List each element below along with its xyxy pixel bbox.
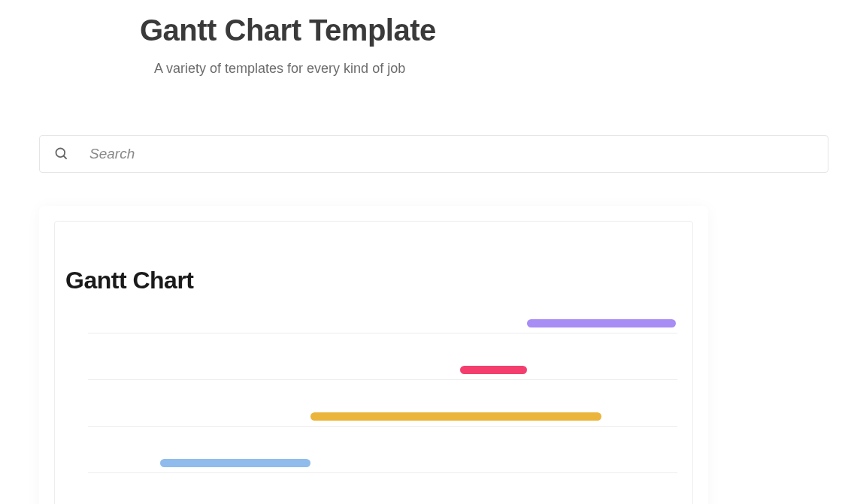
gantt-bar-task-4: [160, 459, 311, 467]
gantt-row: [88, 370, 677, 380]
gantt-bar-task-2: [460, 366, 527, 374]
page-header: Gantt Chart Template A variety of templa…: [0, 0, 842, 77]
svg-point-0: [56, 149, 65, 158]
page-subtitle: A variety of templates for every kind of…: [154, 61, 842, 77]
gantt-chart-title: Gantt Chart: [65, 267, 677, 294]
svg-line-1: [64, 156, 67, 159]
template-card[interactable]: Gantt Chart: [39, 206, 708, 504]
gantt-bar-task-3: [310, 412, 601, 421]
gantt-preview: Gantt Chart: [54, 221, 693, 504]
gantt-row: [88, 323, 677, 333]
page-title: Gantt Chart Template: [140, 14, 842, 47]
gantt-row: [88, 463, 677, 473]
gantt-bar-task-1: [527, 319, 676, 327]
search-bar[interactable]: [39, 135, 828, 173]
search-input[interactable]: [89, 146, 814, 162]
search-icon: [53, 146, 70, 162]
gantt-row: [88, 416, 677, 427]
